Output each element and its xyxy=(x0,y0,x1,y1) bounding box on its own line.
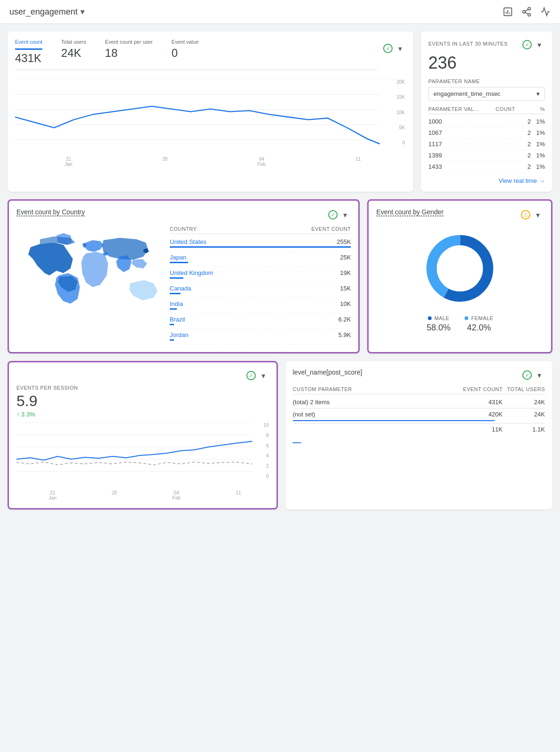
svg-line-7 xyxy=(525,12,528,14)
level-not-set-inner: (not set) 420K 24K xyxy=(293,408,545,420)
realtime-check-badge: ✓ xyxy=(522,40,532,49)
country-jp-count: 25K xyxy=(340,254,351,261)
realtime-card: EVENTS IN LAST 30 MINUTES ✓ ▾ 236 PARAME… xyxy=(421,31,552,192)
level-col-events: EVENT COUNT xyxy=(460,386,503,392)
level-not-set-users: 24K xyxy=(503,411,545,418)
country-br[interactable]: Brazil xyxy=(170,316,185,323)
header-title-area: user_engagement ▾ xyxy=(9,7,85,17)
country-jo-bar xyxy=(170,339,174,341)
metric-total-users: Total users 24K xyxy=(61,39,86,65)
main-chart-svg xyxy=(15,79,406,155)
metric-total-users-value: 24K xyxy=(61,47,86,60)
country-dropdown[interactable]: ▾ xyxy=(339,209,351,220)
level-check-badge: ✓ xyxy=(522,370,532,380)
main-chart: 20K 15K 10K 5K 0 xyxy=(15,79,406,155)
country-jo[interactable]: Jordan xyxy=(170,331,189,338)
gender-card-header: Event count by Gender ⚠ ▾ xyxy=(376,208,544,221)
param-col-header-count: COUNT xyxy=(496,106,514,112)
bottom-row: ✓ ▾ EVENTS PER SESSION 5.9 ↑ 3.3% xyxy=(8,361,552,509)
param-row-1067: 1067 2 1% xyxy=(428,127,545,139)
country-us-count: 255K xyxy=(337,238,351,245)
events-per-session-label: EVENTS PER SESSION xyxy=(16,385,269,391)
report-icon[interactable] xyxy=(503,7,513,17)
arrow-right-icon: → xyxy=(539,177,545,184)
svg-point-6 xyxy=(528,14,531,16)
view-realtime-link[interactable]: View real time → xyxy=(428,177,545,184)
level-col-users: TOTAL USERS xyxy=(503,386,545,392)
country-jp[interactable]: Japan xyxy=(170,254,186,261)
level-dash-indicator: — xyxy=(293,438,301,447)
level-total-users: 24K xyxy=(503,399,545,406)
country-us[interactable]: United States xyxy=(170,238,206,245)
country-uk[interactable]: United Kingdom xyxy=(170,269,213,276)
y-label-5k: 5K xyxy=(396,125,405,130)
country-content: COUNTRY EVENT COUNT United States 255K J… xyxy=(16,226,351,345)
gender-warning-badge: ⚠ xyxy=(521,210,530,219)
metric-event-count: Event count 431K xyxy=(15,39,42,65)
country-uk-bar xyxy=(170,277,183,279)
y-label-20k: 20K xyxy=(396,79,405,85)
country-in[interactable]: India xyxy=(170,300,183,307)
middle-row: Event count by Country ✓ ▾ xyxy=(8,199,552,353)
country-ca[interactable]: Canada xyxy=(170,285,191,292)
param-row-1117: 1117 2 1% xyxy=(428,139,545,150)
check-badge: ✓ xyxy=(383,44,393,53)
metric-event-count-per-user-value: 18 xyxy=(105,47,153,60)
country-row-br: Brazil 6.2K xyxy=(170,313,351,329)
level-col-custom: CUSTOM PARAMETER xyxy=(293,386,461,392)
metric-event-count-value: 431K xyxy=(15,52,42,65)
donut-chart-container xyxy=(376,231,544,306)
world-map-svg xyxy=(16,226,162,320)
level-not-set-bar xyxy=(293,420,495,421)
x-label-21jan: 21Jan xyxy=(65,157,72,167)
country-uk-count: 19K xyxy=(340,269,351,276)
male-pct: 58.0% xyxy=(426,323,450,333)
svg-point-5 xyxy=(523,10,526,13)
level-sub-label xyxy=(299,426,461,433)
session-dropdown[interactable]: ▾ xyxy=(258,370,269,381)
female-pct: 42.0% xyxy=(467,323,491,333)
metric-event-value-value: 0 xyxy=(172,47,198,60)
level-not-set-label: (not set) xyxy=(293,411,461,418)
legend-female: FEMALE 42.0% xyxy=(465,315,493,333)
realtime-dropdown[interactable]: ▾ xyxy=(534,39,545,50)
param-col-header-val: PARAMETER VAL... xyxy=(428,106,479,112)
session-chart-svg xyxy=(16,423,269,484)
level-dropdown[interactable]: ▾ xyxy=(534,369,545,381)
session-y-labels: 10 8 6 4 2 0 xyxy=(263,423,268,479)
metrics-dropdown[interactable]: ▾ xyxy=(394,43,406,54)
title-dropdown-icon[interactable]: ▾ xyxy=(80,7,85,17)
level-sub-users: 1.1K xyxy=(503,426,545,433)
metric-event-value: Event value 0 xyxy=(172,39,198,65)
param-table-header: PARAMETER VAL... COUNT % xyxy=(428,106,545,114)
gender-dropdown[interactable]: ▾ xyxy=(532,209,544,220)
header: user_engagement ▾ xyxy=(0,0,560,24)
col-country: COUNTRY xyxy=(170,226,197,232)
y-label-0: 0 xyxy=(396,140,405,145)
legend-male: MALE 58.0% xyxy=(426,315,450,333)
donut-chart-svg xyxy=(422,231,497,306)
chart-y-labels: 20K 15K 10K 5K 0 xyxy=(396,79,406,145)
analytics-icon[interactable] xyxy=(540,7,551,17)
country-card: Event count by Country ✓ ▾ xyxy=(8,199,360,353)
x-label-04feb: 04Feb xyxy=(258,157,266,167)
session-chart: 10 8 6 4 2 0 xyxy=(16,423,269,488)
param-select[interactable]: engagement_time_msec ▾ xyxy=(428,87,545,101)
country-table-header: COUNTRY EVENT COUNT xyxy=(170,226,351,234)
session-x-21jan: 21Jan xyxy=(49,490,56,501)
share-icon[interactable] xyxy=(521,7,532,17)
session-check-badge: ✓ xyxy=(246,371,256,380)
gender-card: Event count by Gender ⚠ ▾ xyxy=(367,199,552,353)
metric-event-count-per-user: Event count per user 18 xyxy=(105,39,153,65)
param-row-1399: 1399 2 1% xyxy=(428,150,545,161)
gender-card-title: Event count by Gender xyxy=(376,208,443,216)
chart-x-labels: 21Jan 28 04Feb 11 xyxy=(15,157,406,167)
svg-line-8 xyxy=(525,9,528,11)
country-row-jo: Jordan 5.9K xyxy=(170,329,351,345)
session-x-04feb: 04Feb xyxy=(173,490,181,501)
param-col-header-pct: % xyxy=(531,106,545,112)
country-row-uk: United Kingdom 19K xyxy=(170,267,351,282)
session-x-28: 28 xyxy=(112,490,117,501)
events-per-session-value: 5.9 xyxy=(16,392,269,410)
param-select-arrow: ▾ xyxy=(536,90,540,97)
